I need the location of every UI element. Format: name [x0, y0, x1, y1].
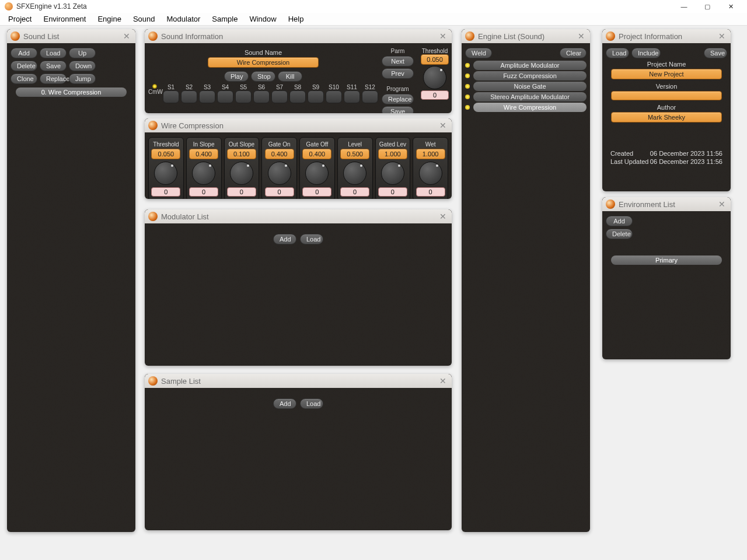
slot-S2[interactable]: [181, 90, 197, 103]
next-button[interactable]: Next: [382, 56, 414, 66]
kill-button[interactable]: Kill: [278, 71, 302, 82]
menu-sound[interactable]: Sound: [127, 13, 161, 24]
env-delete-button[interactable]: Delete: [606, 229, 633, 239]
panel-close-icon[interactable]: ✕: [438, 121, 448, 130]
mod-add-button[interactable]: Add: [273, 234, 296, 244]
program-replace-button[interactable]: Replace: [382, 94, 414, 104]
engine-item[interactable]: Amplitude Modulator: [473, 61, 587, 70]
knob-value[interactable]: 1.000: [416, 149, 445, 159]
menu-help[interactable]: Help: [282, 13, 310, 24]
slot-S4[interactable]: [217, 90, 233, 103]
slot-S5[interactable]: [235, 90, 252, 103]
panel-close-icon[interactable]: ✕: [121, 32, 132, 41]
knob-value[interactable]: 0.400: [302, 149, 331, 159]
engine-item[interactable]: Fuzz Compression: [473, 71, 587, 80]
knob-dial[interactable]: [268, 162, 291, 185]
panel-icon: [148, 32, 158, 41]
el-weld-button[interactable]: Weld: [465, 48, 492, 58]
env-item[interactable]: Primary: [611, 256, 722, 265]
sample-load-button[interactable]: Load: [300, 398, 323, 409]
panel-close-icon[interactable]: ✕: [717, 32, 727, 41]
knob-dial[interactable]: [419, 162, 442, 185]
menu-modulator[interactable]: Modulator: [161, 13, 207, 24]
knob-zero[interactable]: 0: [189, 187, 218, 197]
window-close-button[interactable]: ✕: [719, 1, 742, 12]
threshold-zero[interactable]: 0: [421, 90, 449, 100]
sl-up-button[interactable]: Up: [69, 48, 96, 58]
threshold-value[interactable]: 0.050: [421, 54, 449, 65]
knob-dial[interactable]: [381, 162, 404, 185]
knob-dial[interactable]: [230, 162, 253, 185]
sl-jump-button[interactable]: Jump: [69, 74, 96, 84]
slot-S6[interactable]: [253, 90, 270, 103]
knob-zero[interactable]: 0: [265, 187, 294, 197]
stop-button[interactable]: Stop: [251, 71, 275, 82]
knob-value[interactable]: 0.400: [265, 149, 294, 159]
sl-delete-button[interactable]: Delete: [11, 61, 37, 71]
knob-zero[interactable]: 0: [416, 187, 445, 197]
knob-zero[interactable]: 0: [227, 187, 256, 197]
panel-close-icon[interactable]: ✕: [438, 32, 448, 41]
knob-zero[interactable]: 0: [340, 187, 369, 197]
menu-sample[interactable]: Sample: [206, 13, 243, 24]
sl-down-button[interactable]: Down: [69, 61, 96, 71]
window-maximize-button[interactable]: ▢: [696, 1, 719, 12]
pi-version-field[interactable]: [611, 91, 722, 100]
sound-name-field[interactable]: Wire Compression: [208, 57, 319, 68]
sl-clone-button[interactable]: Clone: [11, 74, 37, 84]
engine-item[interactable]: Wire Compression: [473, 103, 587, 112]
slot-label: S7: [271, 84, 288, 90]
knob-zero[interactable]: 0: [302, 187, 331, 197]
knob-value[interactable]: 0.500: [340, 149, 369, 159]
engine-item[interactable]: Stereo Amplitude Modulator: [473, 92, 587, 102]
sl-save-button[interactable]: Save: [40, 61, 67, 71]
play-button[interactable]: Play: [224, 71, 249, 82]
slot-S9[interactable]: [308, 90, 324, 103]
knob-zero[interactable]: 0: [378, 187, 407, 197]
slot-S11[interactable]: [344, 90, 360, 103]
sample-add-button[interactable]: Add: [273, 398, 296, 409]
knob-dial[interactable]: [343, 162, 366, 185]
mod-load-button[interactable]: Load: [300, 234, 323, 244]
panel-close-icon[interactable]: ✕: [717, 200, 727, 209]
pi-load-button[interactable]: Load: [606, 48, 629, 58]
slot-S3[interactable]: [199, 90, 215, 103]
slot-S10[interactable]: [326, 90, 342, 103]
panel-title: Project Information: [619, 32, 717, 41]
pi-include-button[interactable]: Include: [631, 48, 661, 58]
slot-S7[interactable]: [271, 90, 288, 103]
cmw-label: CmW: [148, 89, 161, 95]
knob-value[interactable]: 0.050: [151, 149, 180, 159]
prev-button[interactable]: Prev: [382, 68, 414, 79]
slot-S8[interactable]: [289, 90, 306, 103]
knob-dial[interactable]: [305, 162, 329, 185]
knob-dial[interactable]: [154, 162, 177, 185]
slot-S12[interactable]: [362, 90, 378, 103]
program-save-button[interactable]: Save: [382, 106, 414, 113]
sl-add-button[interactable]: Add: [11, 48, 37, 58]
pi-project-name-field[interactable]: New Project: [611, 69, 722, 79]
env-add-button[interactable]: Add: [606, 216, 633, 226]
sl-replace-button[interactable]: Replace: [40, 74, 67, 84]
threshold-knob[interactable]: [423, 66, 446, 89]
panel-close-icon[interactable]: ✕: [438, 376, 448, 386]
menu-engine[interactable]: Engine: [92, 13, 127, 24]
el-clear-button[interactable]: Clear: [560, 48, 587, 58]
pi-author-field[interactable]: Mark Sheeky: [611, 112, 722, 123]
knob-dial[interactable]: [192, 162, 215, 185]
engine-item[interactable]: Noise Gate: [473, 82, 587, 91]
sl-item[interactable]: 0. Wire Compression: [16, 88, 127, 97]
panel-close-icon[interactable]: ✕: [438, 212, 448, 221]
menu-environment[interactable]: Environment: [37, 13, 92, 24]
pi-save-button[interactable]: Save: [704, 48, 727, 58]
slot-S1[interactable]: [163, 90, 179, 103]
window-minimize-button[interactable]: —: [672, 1, 696, 12]
sl-load-button[interactable]: Load: [40, 48, 67, 58]
knob-value[interactable]: 0.400: [189, 149, 218, 159]
knob-value[interactable]: 1.000: [378, 149, 407, 159]
knob-value[interactable]: 0.100: [227, 149, 256, 159]
knob-zero[interactable]: 0: [151, 187, 180, 197]
menu-window[interactable]: Window: [243, 13, 282, 24]
panel-close-icon[interactable]: ✕: [576, 32, 587, 41]
menu-project[interactable]: Project: [2, 13, 37, 24]
